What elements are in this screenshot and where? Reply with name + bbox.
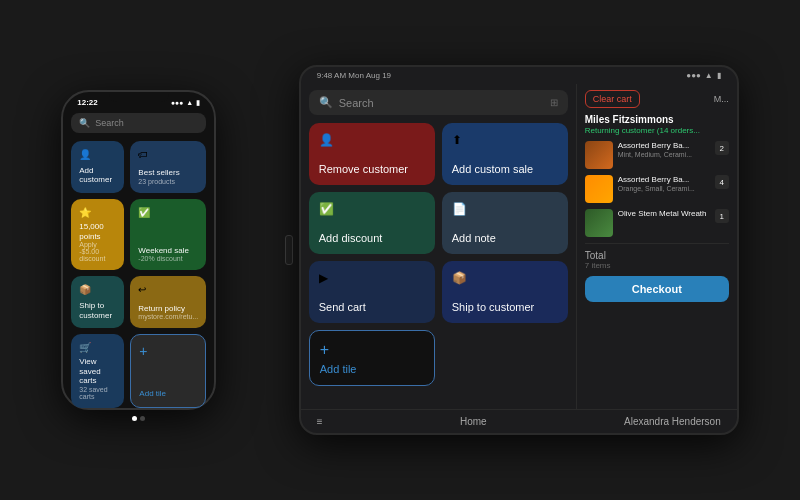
- dot-active: [132, 416, 137, 421]
- order-qty-2: 4: [715, 175, 729, 189]
- dot-inactive: [140, 416, 145, 421]
- phone-tile-sub: -20% discount: [138, 255, 198, 262]
- tablet-battery-icon: ▮: [717, 71, 721, 80]
- tablet-tile-ship-customer[interactable]: 📦 Ship to customer: [442, 261, 568, 323]
- order-thumbnail-3: [585, 209, 613, 237]
- add-tile-icon: +: [139, 343, 197, 359]
- search-icon: 🔍: [79, 118, 90, 128]
- total-label: Total: [585, 250, 729, 261]
- tablet-tile-label: Send cart: [319, 301, 425, 313]
- total-items: 7 items: [585, 261, 729, 270]
- tablet-tile-add-note[interactable]: 📄 Add note: [442, 192, 568, 254]
- order-name-2: Assorted Berry Ba...: [618, 175, 710, 185]
- home-label[interactable]: Home: [460, 416, 487, 427]
- remove-customer-icon: 👤: [319, 133, 425, 147]
- tablet-right-panel: Clear cart M... Miles Fitzsimmons Return…: [577, 84, 737, 409]
- phone-tile-points[interactable]: ⭐ 15,000 points Apply -$5.00 discount: [71, 199, 124, 270]
- tablet-wifi-icon: ▲: [705, 71, 713, 80]
- tablet-device: 9:48 AM Mon Aug 19 ●●● ▲ ▮ 🔍 Search ⊞: [299, 65, 739, 435]
- order-item-3: Olive Stem Metal Wreath 1: [585, 209, 729, 237]
- phone-tile-sub: mystore.com/retu...: [138, 313, 198, 320]
- phone-tile-label: 15,000 points: [79, 222, 116, 241]
- order-info-3: Olive Stem Metal Wreath: [618, 209, 710, 219]
- phone-tile-sub: 23 products: [138, 178, 198, 185]
- send-cart-icon: ▶: [319, 271, 425, 285]
- ship-customer-icon: 📦: [452, 271, 558, 285]
- page-dots: [71, 416, 206, 421]
- phone-content: 🔍 Search 👤 Add customer 🏷 Best sellers 2…: [63, 109, 214, 425]
- tablet-add-tile-icon: +: [320, 341, 424, 359]
- phone-tile-sub: Apply -$5.00 discount: [79, 241, 116, 262]
- tablet-tile-add-discount[interactable]: ✅ Add discount: [309, 192, 435, 254]
- user-label: Alexandra Henderson: [624, 416, 721, 427]
- add-custom-sale-icon: ⬆: [452, 133, 558, 147]
- checkout-button[interactable]: Checkout: [585, 276, 729, 302]
- scene: 12:22 ●●● ▲ ▮ 🔍 Search 👤 Add customer: [0, 0, 800, 500]
- signal-icon: ●●●: [171, 99, 184, 106]
- phone-tile-add-customer[interactable]: 👤 Add customer: [71, 141, 124, 193]
- return-icon: ↩: [138, 284, 198, 295]
- tablet-tile-add-custom-sale[interactable]: ⬆ Add custom sale: [442, 123, 568, 185]
- tablet-tile-label: Add custom sale: [452, 163, 558, 175]
- tablet-left-panel: 🔍 Search ⊞ 👤 Remove customer ⬆: [301, 84, 577, 409]
- tablet-time: 9:48 AM Mon Aug 19: [317, 71, 391, 80]
- ship-icon: 📦: [79, 284, 116, 295]
- order-item-2: Assorted Berry Ba... Orange, Small, Cera…: [585, 175, 729, 203]
- tablet-tile-send-cart[interactable]: ▶ Send cart: [309, 261, 435, 323]
- phone-time: 12:22: [77, 98, 97, 107]
- phone-device: 12:22 ●●● ▲ ▮ 🔍 Search 👤 Add customer: [61, 90, 216, 410]
- phone-tile-label: Add customer: [79, 166, 116, 185]
- add-customer-icon: 👤: [79, 149, 116, 160]
- order-info-2: Assorted Berry Ba... Orange, Small, Cera…: [618, 175, 710, 192]
- tablet-tile-label: Add note: [452, 232, 558, 244]
- more-button[interactable]: M...: [714, 94, 729, 104]
- total-section: Total 7 items Checkout: [585, 243, 729, 302]
- order-item-1: Assorted Berry Ba... Mint, Medium, Ceram…: [585, 141, 729, 169]
- phone-tile-label: Weekend sale: [138, 246, 198, 256]
- weekend-sale-icon: ✅: [138, 207, 198, 218]
- phone-tile-label: Ship to customer: [79, 301, 116, 320]
- order-qty-1: 2: [715, 141, 729, 155]
- phone-tile-return[interactable]: ↩ Return policy mystore.com/retu...: [130, 276, 206, 328]
- tablet-wrapper: 9:48 AM Mon Aug 19 ●●● ▲ ▮ 🔍 Search ⊞: [299, 65, 739, 435]
- clear-cart-button[interactable]: Clear cart: [585, 90, 640, 108]
- phone-status-right: ●●● ▲ ▮: [171, 99, 201, 107]
- tablet-status-icons: ●●● ▲ ▮: [686, 71, 720, 80]
- phone-tile-best-sellers[interactable]: 🏷 Best sellers 23 products: [130, 141, 206, 193]
- tablet-tile-label: Ship to customer: [452, 301, 558, 313]
- tablet-search-icon: 🔍: [319, 96, 333, 109]
- add-note-icon: 📄: [452, 202, 558, 216]
- wifi-icon: ▲: [186, 99, 193, 106]
- phone-search-placeholder: Search: [95, 118, 124, 128]
- tablet-tile-label: Remove customer: [319, 163, 425, 175]
- customer-name: Miles Fitzsimmons: [585, 114, 729, 125]
- tablet-tile-remove-customer[interactable]: 👤 Remove customer: [309, 123, 435, 185]
- phone-tile-ship[interactable]: 📦 Ship to customer: [71, 276, 124, 328]
- phone-tile-label: View saved carts: [79, 357, 116, 386]
- phone-tile-label: Add tile: [139, 389, 197, 399]
- panel-header: Clear cart M...: [585, 90, 729, 108]
- tablet-home-button[interactable]: [285, 235, 293, 265]
- phone-tile-saved-carts[interactable]: 🛒 View saved carts 32 saved carts: [71, 334, 124, 408]
- menu-icon[interactable]: ≡: [317, 416, 323, 427]
- tablet-tile-add[interactable]: + Add tile: [309, 330, 435, 386]
- order-thumbnail-1: [585, 141, 613, 169]
- phone-search-bar[interactable]: 🔍 Search: [71, 113, 206, 133]
- phone-tile-label: Return policy: [138, 304, 198, 314]
- customer-status: Returning customer (14 orders...: [585, 126, 729, 135]
- tablet-tile-grid: 👤 Remove customer ⬆ Add custom sale ✅ Ad…: [309, 123, 568, 386]
- phone-tile-sub: 32 saved carts: [79, 386, 116, 400]
- order-info-1: Assorted Berry Ba... Mint, Medium, Ceram…: [618, 141, 710, 158]
- tablet-search-placeholder: Search: [339, 97, 374, 109]
- order-detail-2: Orange, Small, Cerami...: [618, 185, 710, 192]
- order-name-1: Assorted Berry Ba...: [618, 141, 710, 151]
- tablet-tile-label: Add discount: [319, 232, 425, 244]
- tablet-scan-icon: ⊞: [550, 97, 558, 108]
- order-thumbnail-2: [585, 175, 613, 203]
- tablet-search-bar[interactable]: 🔍 Search ⊞: [309, 90, 568, 115]
- phone-tile-weekend-sale[interactable]: ✅ Weekend sale -20% discount: [130, 199, 206, 270]
- tablet-main-area: 🔍 Search ⊞ 👤 Remove customer ⬆: [301, 84, 737, 409]
- phone-tile-add[interactable]: + Add tile: [130, 334, 206, 408]
- order-detail-1: Mint, Medium, Cerami...: [618, 151, 710, 158]
- points-icon: ⭐: [79, 207, 116, 218]
